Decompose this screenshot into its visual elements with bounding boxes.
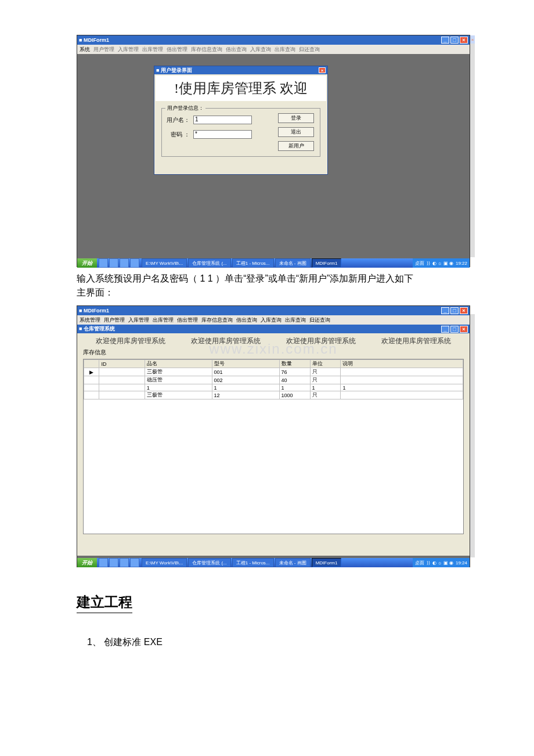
taskbar-item[interactable]: 未命名 - 画图 xyxy=(275,258,311,268)
menu2-lend[interactable]: 借出管理 xyxy=(177,316,198,324)
tray-desktop-label[interactable]: 桌面 xyxy=(415,560,424,566)
tray-time: 19:24 xyxy=(456,560,467,566)
child-titlebar: ■ 仓库管理系统 _ □ × xyxy=(77,325,470,333)
quicklaunch-icon[interactable] xyxy=(120,258,129,268)
minimize-button[interactable]: _ xyxy=(441,307,449,314)
quicklaunch-icon[interactable] xyxy=(109,258,118,268)
step-1: 1、 创建标准 EXE xyxy=(87,636,470,649)
taskbar-item[interactable]: E:\MY Work\VB\... xyxy=(142,558,187,567)
menu-outq[interactable]: 出库查询 xyxy=(275,46,295,53)
child-close-button[interactable]: × xyxy=(460,326,468,333)
child-min-button[interactable]: _ xyxy=(441,326,449,333)
tray-icons[interactable]: ◐ ☼ ▣ ◉ xyxy=(432,560,453,566)
mdi-menubar: 系统 用户管理 入库管理 出库管理 借出管理 库存信息查询 借出查询 入库查询 … xyxy=(77,45,470,54)
newuser-button[interactable]: 新用户 xyxy=(278,141,314,151)
quicklaunch-icon[interactable] xyxy=(130,558,139,567)
login-button[interactable]: 登录 xyxy=(278,113,314,123)
menu2-returnq[interactable]: 归还查询 xyxy=(309,316,330,324)
col-unit[interactable]: 单位 xyxy=(310,360,341,368)
menu2-system[interactable]: 系统管理 xyxy=(80,316,100,324)
password-label: 密码 ： xyxy=(167,131,190,139)
username-input[interactable]: 1 xyxy=(193,116,252,124)
menu-user[interactable]: 用户管理 xyxy=(93,46,114,53)
col-desc[interactable]: 说明 xyxy=(341,360,463,368)
menu2-out[interactable]: 出库管理 xyxy=(153,316,174,324)
taskbar-item[interactable]: 工程1 - Micros... xyxy=(232,258,274,268)
outer-scrollbar-2[interactable] xyxy=(470,314,475,557)
taskbar-item[interactable]: 仓库管理系统 (... xyxy=(188,258,231,268)
grid-section-label: 库存信息 xyxy=(83,348,464,357)
start-button-2[interactable]: 开始 xyxy=(77,558,97,567)
quicklaunch-icon[interactable] xyxy=(130,258,139,268)
col-model[interactable]: 型号 xyxy=(212,360,279,368)
mdi-client-area: ■ 用户登录界面 × !使用库房管理系 欢迎 用户登录信息： 用户名： 1 密码… xyxy=(77,54,470,258)
menu-system[interactable]: 系统 xyxy=(80,46,90,53)
grid-corner xyxy=(84,360,99,368)
menu2-in[interactable]: 入库管理 xyxy=(128,316,149,324)
menu2-outq[interactable]: 出库查询 xyxy=(285,316,306,324)
mdi-title: MDIForm1 xyxy=(84,37,109,43)
col-qty[interactable]: 数量 xyxy=(279,360,310,368)
taskbar: 开始 E:\MY Work\VB\... 仓库管理系统 (... 工程1 - M… xyxy=(77,258,470,268)
fieldset-legend: 用户登录信息： xyxy=(165,105,205,112)
mdi2-titlebar: ■ MDIForm1 _ □ × xyxy=(77,306,470,315)
outer-scrollbar[interactable] xyxy=(470,44,475,257)
heading-build-project: 建立工程 xyxy=(77,593,132,613)
tray-icons[interactable]: ◐ ☼ ▣ ◉ xyxy=(432,261,453,266)
taskbar-item[interactable]: 工程1 - Micros... xyxy=(232,558,274,567)
quicklaunch-icon[interactable] xyxy=(120,558,129,567)
tray-desktop-label[interactable]: 桌面 xyxy=(415,260,424,267)
taskbar-item-active[interactable]: MDIForm1 xyxy=(312,258,342,268)
col-name[interactable]: 品名 xyxy=(145,360,212,368)
menu-lend[interactable]: 借出管理 xyxy=(167,46,187,53)
table-row: 三极管 12 1000 只 xyxy=(84,391,463,399)
marquee-text: 欢迎使用库房管理系统 xyxy=(96,336,165,346)
menu2-inq[interactable]: 入库查询 xyxy=(261,316,282,324)
login-fieldset: 用户登录信息： 用户名： 1 密码 ： * 登录 退出 新用户 xyxy=(161,108,320,157)
vb-icon: ■ xyxy=(79,308,84,314)
mdi2-menubar: 系统管理 用户管理 入库管理 出库管理 借出管理 库存信息查询 借出查询 入库查… xyxy=(77,315,470,325)
menu-inq[interactable]: 入库查询 xyxy=(250,46,271,53)
system-tray-2: 桌面 ⟩⟩ ◐ ☼ ▣ ◉ 19:24 xyxy=(413,558,470,567)
sidebar-close-icon[interactable]: × xyxy=(470,35,475,44)
col-id[interactable]: ID xyxy=(99,360,145,368)
menu-in[interactable]: 入库管理 xyxy=(118,46,139,53)
vb-icon: ■ xyxy=(79,37,84,43)
child-title-text: 仓库管理系统 xyxy=(84,326,115,332)
quicklaunch-icon[interactable] xyxy=(99,558,108,567)
menu2-user[interactable]: 用户管理 xyxy=(104,316,125,324)
menu2-lendq[interactable]: 借出查询 xyxy=(236,316,257,324)
maximize-button[interactable]: □ xyxy=(450,37,459,44)
table-row: 1 1 1 1 1 xyxy=(84,384,463,391)
close-button[interactable]: × xyxy=(460,307,468,314)
child-max-button[interactable]: □ xyxy=(450,326,459,333)
mdi-titlebar: ■ MDIForm1 _ □ × xyxy=(77,35,470,45)
exit-button[interactable]: 退出 xyxy=(278,127,314,137)
menu2-stockq[interactable]: 库存信息查询 xyxy=(201,316,233,324)
table-row: 稳压管 002 40 只 xyxy=(84,376,463,384)
inventory-grid[interactable]: ID 品名 型号 数量 单位 说明 ▶ 三极管 0 xyxy=(83,359,464,534)
start-button[interactable]: 开始 xyxy=(77,258,97,268)
tray-icon[interactable]: ⟩⟩ xyxy=(427,261,430,266)
menu-lendq[interactable]: 借出查询 xyxy=(226,46,247,53)
maximize-button[interactable]: □ xyxy=(450,307,459,314)
quicklaunch-icon[interactable] xyxy=(109,558,118,567)
close-button[interactable]: × xyxy=(460,37,468,44)
menu-out[interactable]: 出库管理 xyxy=(142,46,163,53)
taskbar-item[interactable]: E:\MY Work\VB\... xyxy=(142,258,187,268)
minimize-button[interactable]: _ xyxy=(441,37,449,44)
tray-time: 19:22 xyxy=(456,261,467,266)
login-titlebar: ■ 用户登录界面 × xyxy=(154,66,327,74)
login-title-text: 用户登录界面 xyxy=(161,67,192,73)
password-input[interactable]: * xyxy=(193,130,252,139)
screenshot-main: ■ MDIForm1 _ □ × 系统管理 用户管理 入库管理 出库管理 借出管… xyxy=(77,305,470,567)
quicklaunch-icon[interactable] xyxy=(99,258,108,268)
menu-stockq[interactable]: 库存信息查询 xyxy=(191,46,222,53)
taskbar-item-active[interactable]: MDIForm1 xyxy=(312,558,342,567)
taskbar-item[interactable]: 仓库管理系统 (... xyxy=(188,558,231,567)
menu-returnq[interactable]: 归还查询 xyxy=(299,46,320,53)
taskbar-item[interactable]: 未命名 - 画图 xyxy=(275,558,311,567)
login-close-button[interactable]: × xyxy=(319,67,326,73)
username-label: 用户名： xyxy=(167,116,190,124)
tray-icon[interactable]: ⟩⟩ xyxy=(427,560,430,566)
